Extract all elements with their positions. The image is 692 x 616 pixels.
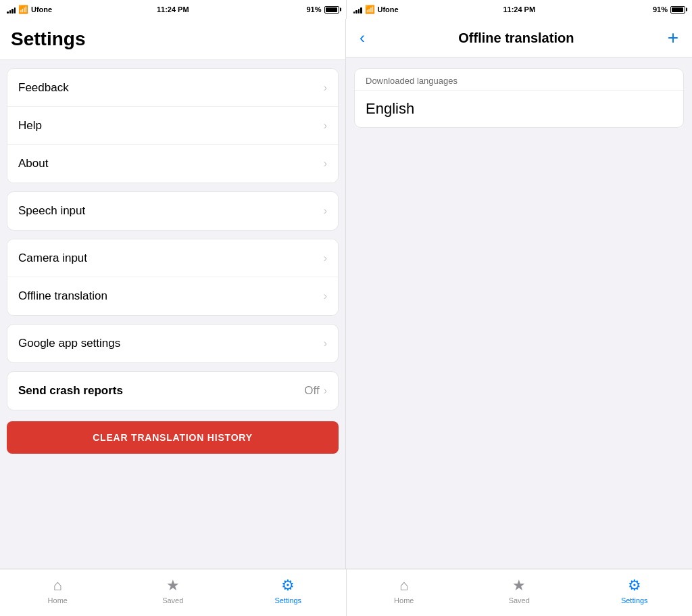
offline-translation-title: Offline translation	[458, 30, 574, 46]
settings-item-crash-reports[interactable]: Send crash reports Off ›	[7, 372, 338, 410]
settings-item-feedback[interactable]: Feedback ›	[7, 69, 338, 107]
battery-percent-left: 91%	[306, 5, 321, 14]
settings-item-google-app[interactable]: Google app settings ›	[7, 325, 338, 362]
wifi-icon-right: 📶	[365, 5, 375, 14]
chevron-icon-feedback: ›	[324, 82, 327, 94]
status-bar-row: 📶 Ufone 11:24 PM 91% 📶 Ufone 11:24 PM	[0, 0, 692, 19]
english-language-item[interactable]: English	[355, 91, 683, 127]
settings-list: Feedback › Help › About ›	[0, 60, 345, 569]
settings-item-speech-input[interactable]: Speech input ›	[7, 192, 338, 230]
left-panel: Settings Feedback › Help ›	[0, 19, 346, 569]
main-content: Settings Feedback › Help ›	[0, 19, 692, 569]
saved-label-right: Saved	[509, 596, 530, 605]
downloaded-languages-card: Downloaded languages English	[354, 68, 684, 128]
settings-item-help[interactable]: Help ›	[7, 107, 338, 145]
settings-group-4: Google app settings ›	[0, 324, 345, 363]
tab-bar-right: ⌂ Home ★ Saved ⚙ Settings	[347, 569, 693, 616]
back-chevron-icon: ‹	[360, 28, 365, 47]
home-label-right: Home	[394, 596, 414, 605]
help-label: Help	[18, 119, 42, 133]
add-language-button[interactable]: +	[665, 28, 681, 47]
carrier-left: Ufone	[31, 5, 52, 14]
gear-icon-right: ⚙	[628, 577, 641, 594]
settings-group-2: Speech input ›	[0, 191, 345, 231]
about-label: About	[18, 157, 48, 170]
settings-header: Settings	[0, 19, 345, 60]
chevron-icon-camera: ›	[324, 252, 327, 264]
tab-home-left[interactable]: ⌂ Home	[0, 569, 116, 616]
battery-icon-left	[324, 6, 339, 14]
settings-label-right: Settings	[621, 596, 648, 605]
chevron-icon-google: ›	[324, 337, 327, 350]
home-label-left: Home	[48, 596, 68, 605]
settings-title: Settings	[11, 28, 335, 50]
tab-saved-left[interactable]: ★ Saved	[116, 569, 231, 616]
signal-icon-left	[7, 6, 16, 14]
wifi-icon-left: 📶	[18, 5, 28, 14]
home-icon-right: ⌂	[399, 577, 408, 594]
chevron-icon-crash: ›	[324, 385, 327, 397]
star-icon-left: ★	[166, 577, 180, 594]
chevron-icon-speech: ›	[324, 205, 327, 217]
time-left: 11:24 PM	[157, 5, 189, 14]
tab-bar-row: ⌂ Home ★ Saved ⚙ Settings ⌂ Home ★ Saved…	[0, 569, 692, 616]
tab-settings-left[interactable]: ⚙ Settings	[230, 569, 346, 616]
status-bar-right: 📶 Ufone 11:24 PM 91%	[347, 0, 693, 19]
speech-input-label: Speech input	[18, 204, 85, 218]
clear-history-button[interactable]: CLEAR TRANSLATION HISTORY	[7, 421, 339, 454]
settings-item-camera-input[interactable]: Camera input ›	[7, 239, 338, 277]
tab-saved-right[interactable]: ★ Saved	[462, 569, 577, 616]
settings-card-5: Send crash reports Off ›	[7, 371, 339, 410]
settings-item-offline-translation[interactable]: Offline translation ›	[7, 277, 338, 315]
settings-group-5: Send crash reports Off ›	[0, 371, 345, 410]
back-button[interactable]: ‹	[357, 30, 368, 46]
saved-label-left: Saved	[162, 596, 183, 605]
tab-bar-left: ⌂ Home ★ Saved ⚙ Settings	[0, 569, 347, 616]
star-icon-right: ★	[512, 577, 526, 594]
chevron-icon-help: ›	[324, 120, 327, 132]
settings-card-2: Speech input ›	[7, 191, 339, 231]
settings-card-3: Camera input › Offline translation ›	[7, 239, 339, 316]
feedback-label: Feedback	[18, 81, 69, 95]
settings-group-1: Feedback › Help › About ›	[0, 68, 345, 183]
settings-card-4: Google app settings ›	[7, 324, 339, 363]
gear-icon-left: ⚙	[281, 577, 295, 594]
settings-item-about[interactable]: About ›	[7, 145, 338, 183]
right-content: Downloaded languages English	[346, 57, 692, 569]
battery-percent-right: 91%	[653, 5, 668, 14]
camera-input-label: Camera input	[18, 252, 87, 265]
plus-icon: +	[668, 27, 678, 48]
settings-group-3: Camera input › Offline translation ›	[0, 239, 345, 316]
settings-card-1: Feedback › Help › About ›	[7, 68, 339, 183]
google-app-label: Google app settings	[18, 337, 120, 350]
offline-translation-header: ‹ Offline translation +	[346, 19, 692, 57]
status-bar-left: 📶 Ufone 11:24 PM 91%	[0, 0, 346, 19]
crash-reports-label: Send crash reports	[18, 384, 123, 398]
signal-icon-right	[353, 6, 362, 14]
tab-settings-right[interactable]: ⚙ Settings	[577, 569, 693, 616]
chevron-icon-offline: ›	[324, 290, 327, 302]
offline-translation-label: Offline translation	[18, 289, 107, 303]
chevron-icon-about: ›	[324, 158, 327, 170]
settings-label-left: Settings	[274, 596, 301, 605]
crash-reports-value: Off	[304, 384, 319, 398]
right-panel: ‹ Offline translation + Downloaded langu…	[346, 19, 692, 569]
carrier-right: Ufone	[378, 5, 399, 14]
tab-home-right[interactable]: ⌂ Home	[347, 569, 462, 616]
downloaded-languages-header: Downloaded languages	[355, 69, 683, 91]
home-icon-left: ⌂	[53, 577, 62, 594]
time-right: 11:24 PM	[503, 5, 535, 14]
battery-icon-right	[670, 6, 685, 14]
